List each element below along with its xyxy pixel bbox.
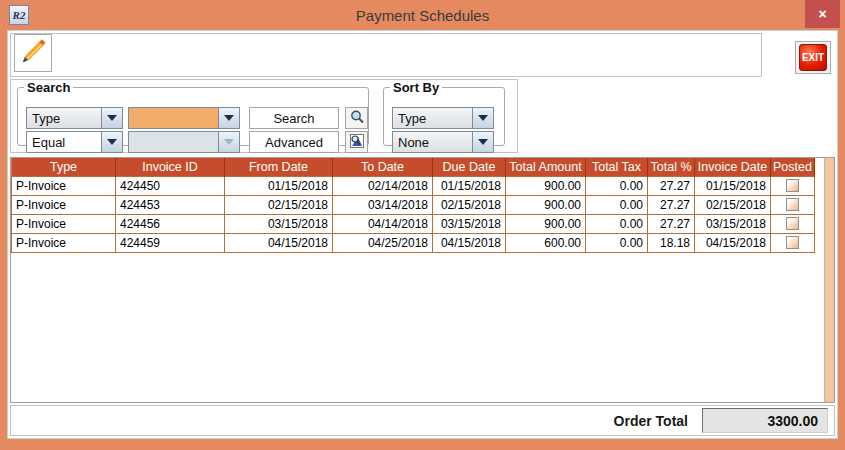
filter-bar: Search Type Search bbox=[10, 79, 518, 153]
operator-combobox[interactable]: Equal bbox=[26, 131, 123, 153]
close-button[interactable]: × bbox=[805, 0, 840, 28]
payment-schedules-window: R2 Payment Schedules × EXIT Search bbox=[0, 0, 845, 450]
table-cell: 03/15/2018 bbox=[225, 214, 333, 233]
search-group-title: Search bbox=[24, 80, 73, 95]
chevron-down-icon[interactable] bbox=[472, 107, 494, 129]
table-cell: 01/15/2018 bbox=[695, 176, 771, 195]
advanced-search-button[interactable] bbox=[345, 131, 368, 153]
magnifier-button[interactable] bbox=[345, 107, 368, 129]
table-cell: 27.27 bbox=[648, 176, 695, 195]
posted-checkbox[interactable] bbox=[786, 236, 799, 249]
table-cell: 03/15/2018 bbox=[433, 214, 506, 233]
table-row[interactable]: P-Invoice42445302/15/201803/14/201802/15… bbox=[12, 195, 815, 214]
table-cell bbox=[771, 195, 815, 214]
table-cell: 424459 bbox=[116, 233, 225, 252]
table-cell: 0.00 bbox=[586, 176, 648, 195]
sort-secondary-row: None bbox=[392, 131, 494, 153]
table-cell bbox=[771, 214, 815, 233]
table-cell: 03/14/2018 bbox=[333, 195, 433, 214]
order-total-value: 3300.00 bbox=[702, 408, 828, 433]
table-cell: 424453 bbox=[116, 195, 225, 214]
order-total-label: Order Total bbox=[614, 413, 688, 429]
search-value-input[interactable] bbox=[128, 107, 218, 129]
table-cell: P-Invoice bbox=[12, 195, 116, 214]
table-cell: 02/14/2018 bbox=[333, 176, 433, 195]
pencil-icon bbox=[18, 55, 48, 70]
exit-button[interactable]: EXIT bbox=[795, 41, 831, 74]
posted-checkbox[interactable] bbox=[786, 179, 799, 192]
search-row-2: Equal Advanced bbox=[26, 131, 368, 153]
search-group: Search Type Search bbox=[17, 80, 369, 146]
table-cell: P-Invoice bbox=[12, 214, 116, 233]
table-cell: 900.00 bbox=[506, 195, 586, 214]
sort-primary-row: Type bbox=[392, 107, 494, 129]
chevron-down-icon[interactable] bbox=[101, 131, 123, 153]
chevron-down-icon[interactable] bbox=[101, 107, 123, 129]
column-header[interactable]: Invoice ID bbox=[116, 158, 225, 176]
invoice-table-panel: TypeInvoice IDFrom DateTo DateDue DateTo… bbox=[10, 157, 835, 403]
footer-panel: Order Total 3300.00 bbox=[10, 405, 835, 436]
table-cell: 424456 bbox=[116, 214, 225, 233]
table-cell: 04/25/2018 bbox=[333, 233, 433, 252]
secondary-value-combobox bbox=[128, 131, 240, 153]
table-cell: 424450 bbox=[116, 176, 225, 195]
advanced-search-icon bbox=[349, 133, 365, 152]
table-cell: 0.00 bbox=[586, 233, 648, 252]
table-cell: P-Invoice bbox=[12, 233, 116, 252]
table-cell: 01/15/2018 bbox=[433, 176, 506, 195]
table-cell: 02/15/2018 bbox=[433, 195, 506, 214]
secondary-value-input bbox=[128, 131, 218, 153]
table-cell: 04/15/2018 bbox=[225, 233, 333, 252]
column-header[interactable]: Total Tax bbox=[586, 158, 648, 176]
table-row[interactable]: P-Invoice42445603/15/201804/14/201803/15… bbox=[12, 214, 815, 233]
posted-checkbox[interactable] bbox=[786, 198, 799, 211]
chevron-down-icon[interactable] bbox=[472, 131, 494, 153]
table-cell: 0.00 bbox=[586, 214, 648, 233]
table-cell: 0.00 bbox=[586, 195, 648, 214]
window-title: Payment Schedules bbox=[0, 0, 845, 30]
search-row-1: Type Search bbox=[26, 107, 368, 129]
column-header[interactable]: Posted bbox=[771, 158, 815, 176]
sort-secondary-value: None bbox=[392, 131, 472, 153]
table-cell: 900.00 bbox=[506, 176, 586, 195]
sort-secondary-combobox[interactable]: None bbox=[392, 131, 494, 153]
column-header[interactable]: Invoice Date bbox=[695, 158, 771, 176]
column-header[interactable]: From Date bbox=[225, 158, 333, 176]
column-header[interactable]: Due Date bbox=[433, 158, 506, 176]
titlebar: R2 Payment Schedules × bbox=[0, 0, 845, 30]
table-cell: 03/15/2018 bbox=[695, 214, 771, 233]
edit-button[interactable] bbox=[14, 34, 52, 72]
invoice-table-head-row: TypeInvoice IDFrom DateTo DateDue DateTo… bbox=[12, 158, 815, 176]
table-cell: 04/15/2018 bbox=[433, 233, 506, 252]
table-cell: 04/15/2018 bbox=[695, 233, 771, 252]
table-cell bbox=[771, 233, 815, 252]
chevron-down-icon bbox=[218, 131, 240, 153]
column-header[interactable]: Type bbox=[12, 158, 116, 176]
exit-icon: EXIT bbox=[799, 44, 827, 71]
search-button[interactable]: Search bbox=[249, 107, 339, 129]
table-cell: 18.18 bbox=[648, 233, 695, 252]
table-cell: 900.00 bbox=[506, 214, 586, 233]
table-cell bbox=[771, 176, 815, 195]
operator-value: Equal bbox=[26, 131, 101, 153]
column-header[interactable]: Total % bbox=[648, 158, 695, 176]
table-cell: 27.27 bbox=[648, 214, 695, 233]
sort-primary-value: Type bbox=[392, 107, 472, 129]
chevron-down-icon[interactable] bbox=[218, 107, 240, 129]
table-cell: 600.00 bbox=[506, 233, 586, 252]
table-row[interactable]: P-Invoice42445001/15/201802/14/201801/15… bbox=[12, 176, 815, 195]
sort-by-group: Sort By Type None bbox=[383, 80, 505, 146]
vertical-scrollbar[interactable] bbox=[824, 158, 834, 402]
posted-checkbox[interactable] bbox=[786, 217, 799, 230]
column-header[interactable]: To Date bbox=[333, 158, 433, 176]
search-field-value: Type bbox=[26, 107, 101, 129]
column-header[interactable]: Total Amount bbox=[506, 158, 586, 176]
search-value-combobox[interactable] bbox=[128, 107, 240, 129]
advanced-button[interactable]: Advanced bbox=[249, 131, 339, 153]
table-row[interactable]: P-Invoice42445904/15/201804/25/201804/15… bbox=[12, 233, 815, 252]
sort-by-group-title: Sort By bbox=[390, 80, 442, 95]
sort-primary-combobox[interactable]: Type bbox=[392, 107, 494, 129]
table-cell: 02/15/2018 bbox=[225, 195, 333, 214]
table-cell: P-Invoice bbox=[12, 176, 116, 195]
search-field-combobox[interactable]: Type bbox=[26, 107, 123, 129]
